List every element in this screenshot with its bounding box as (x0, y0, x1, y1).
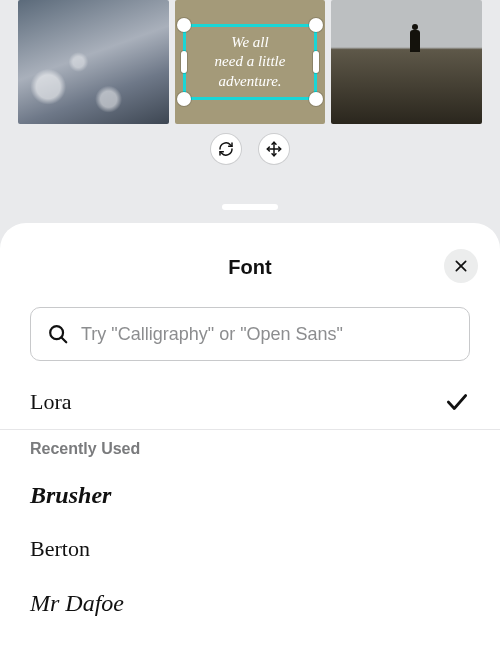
recently-used-label: Recently Used (0, 430, 500, 468)
selected-text-box[interactable]: We all need a little adventure. (186, 27, 314, 98)
svg-line-5 (61, 337, 66, 342)
font-row[interactable]: Berton (30, 522, 470, 576)
search-field[interactable] (30, 307, 470, 361)
move-button[interactable] (259, 134, 289, 164)
slide-quote[interactable]: We all need a little adventure. (175, 0, 326, 124)
font-row[interactable]: Mr Dafoe (30, 576, 470, 630)
sheet-title: Font (228, 256, 271, 279)
sheet-handle[interactable] (222, 204, 278, 210)
font-row-selected[interactable]: Lora (30, 375, 470, 429)
resize-handle-right[interactable] (313, 51, 319, 73)
check-icon (444, 389, 470, 415)
resize-handle-tl[interactable] (177, 18, 191, 32)
font-name-label: Brusher (30, 482, 111, 509)
font-picker-sheet: Font Lora Recently Used Brusher Be (0, 223, 500, 651)
slide-hiker[interactable] (331, 0, 482, 124)
slide-mountain[interactable] (18, 0, 169, 124)
resize-handle-bl[interactable] (177, 92, 191, 106)
sheet-header: Font (0, 247, 500, 287)
font-name-label: Lora (30, 389, 72, 415)
canvas-strip: We all need a little adventure. (0, 0, 500, 124)
close-button[interactable] (444, 249, 478, 283)
hiker-silhouette (410, 30, 420, 52)
search-icon (47, 323, 69, 345)
font-row[interactable]: Brusher (30, 468, 470, 522)
quote-text: We all need a little adventure. (215, 34, 286, 89)
close-icon (453, 258, 469, 274)
font-name-label: Mr Dafoe (30, 590, 124, 617)
rotate-icon (218, 141, 234, 157)
font-name-label: Berton (30, 536, 90, 562)
move-icon (266, 141, 282, 157)
resize-handle-br[interactable] (309, 92, 323, 106)
canvas-action-bar (0, 134, 500, 164)
rotate-button[interactable] (211, 134, 241, 164)
search-input[interactable] (81, 324, 453, 345)
sheet-drag-area[interactable] (0, 204, 500, 210)
resize-handle-left[interactable] (181, 51, 187, 73)
resize-handle-tr[interactable] (309, 18, 323, 32)
